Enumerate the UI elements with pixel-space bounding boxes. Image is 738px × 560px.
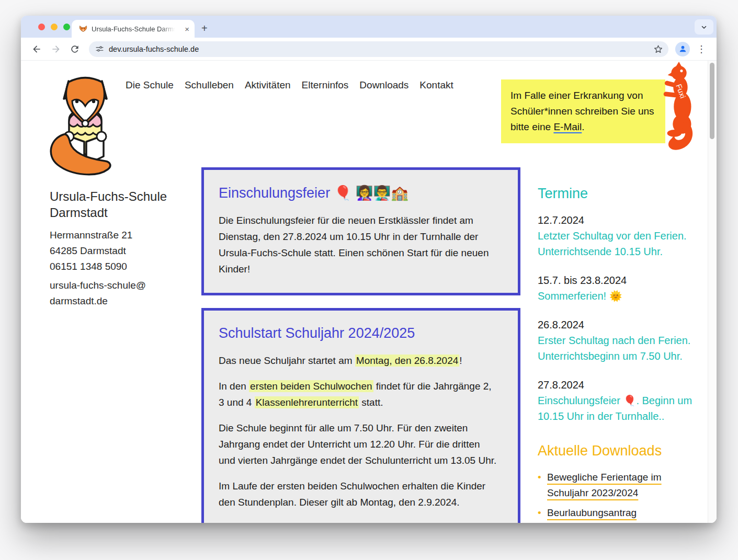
page-content: Die SchuleSchullebenAktivitätenElterninf…: [21, 61, 717, 523]
back-icon[interactable]: [31, 44, 42, 54]
forward-icon[interactable]: [51, 44, 61, 54]
termine-event: 26.8.2024Erster Schultag nach den Ferien…: [538, 317, 695, 364]
event-description: Einschulungsfeier 🎈. Beginn um 10.15 Uhr…: [538, 393, 695, 424]
tab-title: Ursula-Fuchs-Schule Darmstadt: [92, 25, 175, 33]
browser-menu-icon[interactable]: ⋮: [697, 43, 706, 55]
event-date: 15.7. bis 23.8.2024: [538, 272, 695, 288]
fuxi-mascot-squirrel-icon: Fuxi: [663, 62, 697, 152]
termine-event: 27.8.2024Einschulungsfeier 🎈. Beginn um …: [538, 377, 695, 424]
favicon-fox-icon: [79, 25, 87, 33]
nav-link[interactable]: Downloads: [359, 79, 408, 91]
new-tab-button[interactable]: +: [201, 21, 208, 36]
address-city: 64285 Darmstadt: [50, 243, 196, 259]
browser-window: Ursula-Fuchs-Schule Darmstadt × + dev.ur…: [21, 16, 717, 523]
highlighted-text: Montag, den 26.8.2024: [355, 355, 459, 367]
tab-strip: Ursula-Fuchs-Schule Darmstadt × +: [21, 16, 717, 38]
window-zoom-button[interactable]: [63, 24, 70, 30]
highlighted-text: Klassenlehrerunterricht: [255, 396, 359, 408]
highlighted-text: ersten beiden Schulwochen: [249, 380, 373, 392]
profile-avatar[interactable]: [675, 42, 690, 56]
school-name: Ursula-Fuchs-Schule Darmstadt: [50, 188, 196, 221]
address-bar[interactable]: dev.ursula-fuchs-schule.de: [89, 41, 668, 57]
article-paragraph: Das neue Schuljahr startet am Montag, de…: [219, 352, 499, 369]
nav-link[interactable]: Elterninfos: [302, 79, 349, 91]
event-date: 26.8.2024: [538, 317, 695, 333]
reload-icon[interactable]: [70, 44, 80, 54]
main-nav: Die SchuleSchullebenAktivitätenElterninf…: [126, 79, 453, 91]
download-link[interactable]: Beurlaubungsantrag: [547, 507, 637, 518]
bookmark-star-icon[interactable]: [653, 44, 663, 54]
page-scrollbar-track[interactable]: [708, 61, 717, 523]
event-date: 27.8.2024: [538, 377, 695, 393]
article-paragraph: Die Schule beginnt für alle um 7.50 Uhr.…: [219, 420, 499, 468]
tab-search-button[interactable]: [695, 19, 713, 35]
window-minimize-button[interactable]: [51, 24, 58, 30]
address-street: Hermannstraße 21: [50, 227, 196, 243]
termine-list: 12.7.2024Letzter Schultag vor den Ferien…: [538, 212, 695, 424]
termine-event: 15.7. bis 23.8.2024Sommerferien! 🌞: [538, 272, 695, 304]
article-paragraph: In den ersten beiden Schulwochen findet …: [219, 378, 499, 410]
browser-tab[interactable]: Ursula-Fuchs-Schule Darmstadt ×: [72, 20, 195, 38]
nav-link[interactable]: Aktivitäten: [245, 79, 291, 91]
nav-link[interactable]: Kontakt: [419, 79, 453, 91]
downloads-list: Bewegliche Ferientage im Schuljahr 2023/…: [538, 470, 695, 521]
window-close-button[interactable]: [38, 24, 45, 30]
right-sidebar: Termine 12.7.2024Letzter Schultag vor de…: [538, 186, 695, 523]
termine-heading: Termine: [538, 186, 695, 202]
downloads-heading: Aktuelle Downloads: [538, 443, 695, 459]
school-identity: Ursula-Fuchs-Schule Darmstadt Hermannstr…: [50, 188, 196, 309]
phone-number: 06151 1348 5090: [50, 259, 196, 275]
article-card: Einschulungsfeier 🎈 👩‍🏫👨‍🏫🏫Die Einschulu…: [201, 167, 520, 295]
event-description: Erster Schultag nach den Ferien. Unterri…: [538, 333, 695, 364]
event-date: 12.7.2024: [538, 212, 695, 228]
url-text[interactable]: dev.ursula-fuchs-schule.de: [109, 45, 653, 53]
email-line-1: ursula-fuchs-schule@: [50, 278, 196, 293]
nav-link[interactable]: Die Schule: [126, 79, 174, 91]
site-settings-icon[interactable]: [95, 44, 104, 53]
sickness-notice: Im Falle einer Erkrankung von Schüler*in…: [501, 79, 665, 143]
person-icon: [678, 44, 687, 53]
termine-event: 12.7.2024Letzter Schultag vor den Ferien…: [538, 212, 695, 259]
email-link[interactable]: E-Mail: [553, 121, 582, 132]
download-item: Beurlaubungsantrag: [538, 505, 695, 521]
notice-text: Im Falle einer Erkrankung von Schüler*in…: [510, 90, 654, 132]
page-scrollbar-thumb[interactable]: [710, 63, 714, 139]
article-title: Schulstart Schuljahr 2024/2025: [219, 325, 499, 341]
event-description: Sommerferien! 🌞: [538, 288, 695, 304]
nav-link[interactable]: Schulleben: [185, 79, 234, 91]
article-card: Schulstart Schuljahr 2024/2025Das neue S…: [201, 308, 520, 523]
school-logo-fox-icon[interactable]: [46, 74, 124, 178]
chevron-down-icon: [700, 24, 708, 31]
articles: Einschulungsfeier 🎈 👩‍🏫👨‍🏫🏫Die Einschulu…: [201, 167, 520, 523]
email-line-2: darmstadt.de: [50, 293, 196, 309]
tab-close-icon[interactable]: ×: [185, 25, 189, 33]
article-paragraph: Im Laufe der ersten beiden Schulwochen e…: [219, 478, 499, 510]
download-link[interactable]: Bewegliche Ferientage im Schuljahr 2023/…: [547, 472, 662, 498]
browser-toolbar: dev.ursula-fuchs-schule.de ⋮: [21, 38, 717, 61]
event-description: Letzter Schultag vor den Ferien. Unterri…: [538, 228, 695, 259]
notice-segment: .: [582, 121, 584, 132]
article-paragraph: Die Einschulungsfeier für die neuen Erst…: [219, 212, 499, 277]
download-item: Bewegliche Ferientage im Schuljahr 2023/…: [538, 470, 695, 501]
article-title: Einschulungsfeier 🎈 👩‍🏫👨‍🏫🏫: [219, 185, 499, 201]
